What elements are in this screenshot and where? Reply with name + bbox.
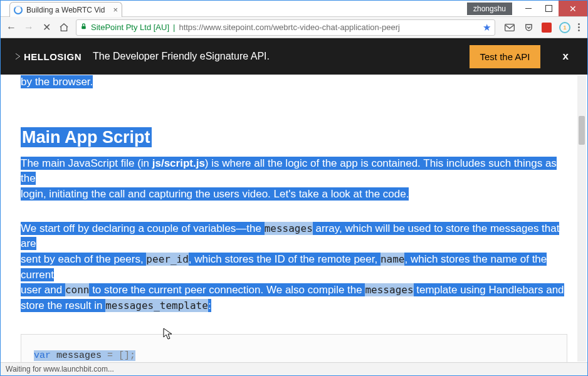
paragraph-2: We start off by declaring a couple of va… [21, 221, 567, 314]
banner-cta-button[interactable]: Test the API [470, 45, 540, 68]
brand-text: HELLOSIGN [24, 51, 81, 62]
ev-separator: | [173, 23, 175, 32]
tab-close-icon[interactable]: × [113, 5, 118, 14]
bookmark-star-icon[interactable]: ★ [483, 22, 491, 33]
text-selected: We start off by declaring a couple of va… [21, 222, 265, 235]
text-selected: , which stores the ID of the remote peer… [189, 253, 381, 266]
text-selected: login, initiating the call and capturing… [21, 187, 409, 201]
banner-tagline: The Developer Friendly eSignature API. [93, 51, 270, 62]
banner-close-button[interactable]: x [552, 45, 572, 68]
inline-code-selected: messages [365, 283, 413, 296]
code-block: var messages = []; var peer_id, name, co… [21, 334, 567, 362]
lock-icon [80, 23, 87, 32]
inline-code-selected: peer_id [146, 253, 188, 266]
chrome-menu-button[interactable] [578, 23, 580, 31]
brand-chevron-icon [16, 53, 20, 60]
text-selected: template using Handlebars and [414, 283, 564, 296]
code-sym: = [107, 350, 113, 361]
status-bar: Waiting for www.launchbit.com... [1, 362, 587, 375]
pocket-icon[interactable] [523, 22, 534, 33]
vertical-scrollbar[interactable] [577, 76, 586, 362]
loading-favicon-icon [14, 6, 23, 14]
window-titlebar: Building a WebRTC Vid × zhongshu ✕ [1, 1, 587, 17]
window-maximize-button[interactable] [538, 1, 559, 16]
code-sym: []; [118, 350, 135, 361]
home-button[interactable] [58, 22, 70, 33]
window-minimize-button[interactable] [518, 1, 538, 16]
ad-banner: HELLOSIGN The Developer Friendly eSignat… [1, 38, 587, 75]
status-text: Waiting for www.launchbit.com... [6, 365, 114, 373]
address-bar[interactable]: SitePoint Pty Ltd [AU] | https://www.sit… [76, 19, 495, 36]
ev-cert-label: SitePoint Pty Ltd [AU] [91, 23, 169, 32]
code-keyword: var [34, 350, 51, 361]
extension-red-icon[interactable] [542, 23, 552, 33]
main-heading: Main App Script [21, 127, 152, 147]
tab-strip: Building a WebRTC Vid × [1, 1, 467, 16]
paragraph-lead-tail: by the browser. [21, 75, 567, 90]
mail-icon[interactable] [504, 22, 515, 33]
brand-logo: HELLOSIGN [16, 51, 81, 62]
forward-button: → [23, 22, 34, 33]
svg-rect-1 [505, 24, 515, 31]
svg-rect-0 [81, 26, 85, 29]
text-selected: The main JavaScript file (in [21, 157, 152, 170]
text-selected: store the result in [21, 299, 105, 312]
heading-row: Main App Script [21, 125, 567, 150]
window-close-button[interactable]: ✕ [559, 1, 587, 16]
back-button[interactable]: ← [6, 22, 17, 33]
chrome-user-chip[interactable]: zhongshu [467, 3, 512, 15]
inline-code-selected: messages [265, 222, 313, 235]
text-selected: sent by each of the peers, [21, 253, 146, 266]
inline-code-selected: name [381, 253, 405, 266]
stop-button[interactable]: ✕ [41, 22, 52, 33]
code-text [113, 350, 118, 361]
url-text: https://www.sitepoint.com/webrtc-video-c… [179, 23, 479, 32]
article-content: by the browser. Main App Script The main… [1, 75, 587, 362]
inline-code-selected: conn [65, 283, 90, 296]
paragraph-1: The main JavaScript file (in js/script.j… [21, 156, 567, 202]
text-selected: user and [21, 283, 65, 296]
text-selected-bold: js/script.js [152, 157, 205, 170]
tab-title: Building a WebRTC Vid [26, 6, 109, 14]
code-text: messages [51, 350, 107, 361]
browser-tab[interactable]: Building a WebRTC Vid × [9, 2, 122, 17]
inline-code-selected: messages_template [105, 299, 208, 312]
text-selected: by the browser. [21, 75, 93, 88]
browser-toolbar: ← → ✕ SitePoint Pty Ltd [AU] | https://w… [1, 17, 587, 38]
extension-icons: 1 [501, 22, 582, 33]
page-viewport: by the browser. Main App Script The main… [1, 75, 587, 362]
text-selected: to store the current peer connection. We… [89, 283, 365, 296]
window-controls: zhongshu ✕ [467, 1, 587, 16]
scrollbar-thumb[interactable] [579, 116, 585, 145]
extension-omega-icon[interactable]: 1 [559, 22, 570, 33]
text-selected: : [208, 299, 211, 312]
